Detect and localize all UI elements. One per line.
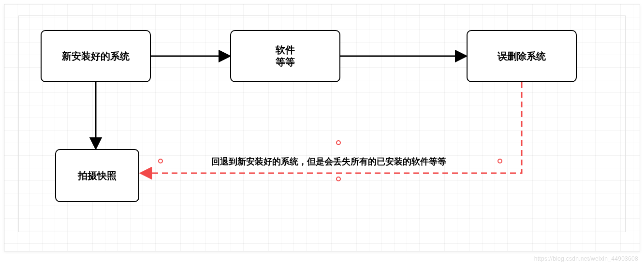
node-mis-delete: 误删除系统	[467, 30, 577, 82]
node-new-system-label: 新安装好的系统	[62, 50, 130, 62]
node-mis-delete-label: 误删除系统	[498, 50, 546, 62]
node-new-system: 新安装好的系统	[41, 30, 151, 82]
watermark-text: https://blog.csdn.net/weixin_44903608	[534, 255, 638, 262]
node-snapshot: 拍摄快照	[55, 149, 139, 202]
node-software-label: 软件 等等	[276, 44, 295, 68]
node-software: 软件 等等	[230, 30, 340, 82]
node-snapshot-label: 拍摄快照	[78, 170, 117, 182]
diagram-canvas: 新安装好的系统 软件 等等 误删除系统 拍摄快照 回退到新安装好的系统，但是会丢…	[0, 0, 644, 266]
